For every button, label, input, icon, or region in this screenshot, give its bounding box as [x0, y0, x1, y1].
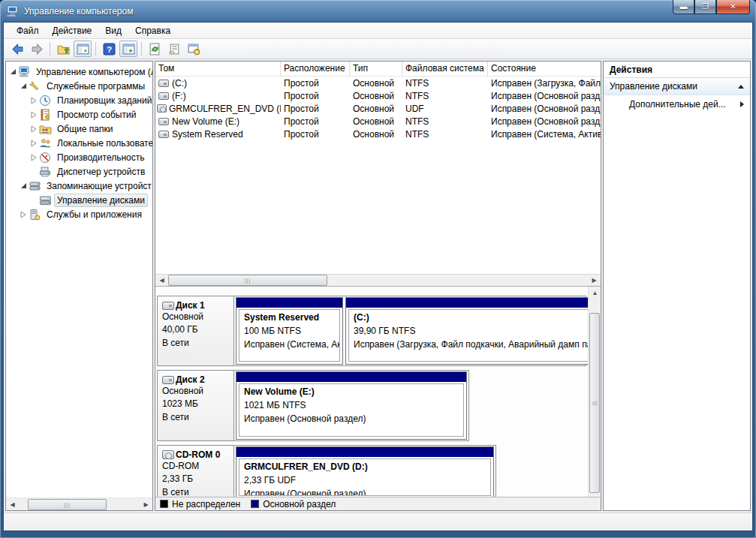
collapse-icon[interactable]	[738, 85, 744, 89]
volume-type: Основной	[350, 104, 402, 114]
more-actions-label: Дополнительные дей...	[629, 99, 726, 110]
minimize-button[interactable]: ▬	[673, 0, 694, 14]
scrollbar-thumb[interactable]: |||	[28, 499, 107, 510]
help-icon: ?	[103, 43, 116, 56]
volume-status: Исправен (Основной разд	[488, 116, 601, 127]
console-tree-toggle-button[interactable]	[74, 41, 92, 57]
scrollbar-track[interactable]: ———	[589, 299, 601, 484]
menu-action[interactable]: Действие	[46, 24, 99, 38]
column-header-status[interactable]: Состояние	[488, 62, 601, 76]
action-pane-toggle-button[interactable]	[119, 41, 137, 57]
up-level-button[interactable]	[54, 41, 72, 57]
back-button[interactable]	[8, 41, 26, 57]
collapsed-twisty-icon[interactable]	[29, 111, 39, 119]
actions-group-disk-management[interactable]: Управление дисками	[604, 78, 750, 95]
scroll-right-icon[interactable]: ▶	[588, 274, 601, 287]
scroll-right-icon[interactable]: ▶	[140, 498, 152, 511]
tree-item-system-tools[interactable]: Служебные программы	[6, 79, 152, 93]
volume-name: New Volume (E:)	[172, 116, 239, 127]
volume-list-horizontal-scrollbar[interactable]: ◀ ||| ▶	[155, 274, 601, 287]
actions-more-actions[interactable]: Дополнительные дей...	[604, 95, 750, 113]
folder-up-icon	[57, 43, 70, 56]
tree-item-local-users-groups[interactable]: Локальные пользовате	[6, 136, 152, 150]
disk1-label[interactable]: Диск 1 Основной 40,00 ГБ В сети	[158, 296, 234, 365]
tree-item-storage[interactable]: Запоминающие устройст	[6, 179, 152, 193]
tree-item-task-scheduler[interactable]: Планировщик заданий	[6, 93, 152, 107]
scroll-left-icon[interactable]: ◀	[155, 274, 168, 287]
manage-gear-icon	[188, 43, 200, 56]
volume-list-header: Том Расположение Тип Файловая система Со…	[155, 62, 601, 77]
collapsed-twisty-icon[interactable]	[29, 154, 39, 161]
scrollbar-track[interactable]: |||	[168, 274, 588, 287]
close-button[interactable]: ✕	[716, 0, 750, 14]
disk2-label[interactable]: Диск 2 Основной 1023 МБ В сети	[158, 371, 234, 440]
expanded-twisty-icon[interactable]	[18, 83, 29, 89]
partition-e[interactable]: New Volume (E:) 1021 МБ NTFS Исправен (О…	[236, 371, 467, 440]
partition-c[interactable]: (C:) 39,90 ГБ NTFS Исправен (Загрузка, Ф…	[345, 297, 588, 365]
column-header-filesystem[interactable]: Файловая система	[402, 62, 488, 76]
computer-management-app-icon	[6, 5, 20, 17]
menu-file[interactable]: Файл	[10, 24, 46, 38]
manage-button[interactable]	[185, 41, 203, 57]
tree-item-computer-management[interactable]: Управление компьютером (л	[6, 65, 152, 79]
partition-system-reserved[interactable]: System Reserved 100 МБ NTFS Исправен (Си…	[236, 297, 343, 365]
partition-d[interactable]: GRMCULFRER_EN_DVD (D:) 2,33 ГБ UDF Испра…	[236, 446, 494, 497]
disk-type: Основной	[162, 385, 230, 398]
collapsed-twisty-icon[interactable]	[29, 125, 39, 133]
graph-vertical-scrollbar[interactable]: ▲ ——— ▼	[588, 287, 601, 497]
column-header-type[interactable]: Тип	[350, 62, 402, 76]
tree-item-performance[interactable]: Производительность	[6, 150, 152, 164]
forward-button[interactable]	[28, 41, 46, 57]
tree-item-event-viewer[interactable]: Просмотр событий	[6, 107, 152, 122]
partition-status: Исправен (Система, Ак	[244, 338, 335, 351]
app-frame: Файл Действие Вид Справка ?	[3, 22, 753, 531]
drive-icon	[158, 92, 169, 100]
partition-legend: Не распределен Основной раздел	[155, 497, 601, 510]
collapsed-twisty-icon[interactable]	[29, 97, 39, 104]
console-tree: Управление компьютером (л Служебные прог…	[6, 62, 152, 497]
cdrom0-label[interactable]: CD-ROM 0 CD-ROM 2,33 ГБ В сети	[158, 446, 234, 497]
refresh-button[interactable]	[146, 41, 164, 57]
tree-item-label: Запоминающие устройст	[44, 179, 152, 193]
volume-row-c[interactable]: (C:) Простой Основной NTFS Исправен (Заг…	[155, 77, 601, 89]
tree-horizontal-scrollbar[interactable]: ◀ ||| ▶	[6, 497, 152, 510]
forward-arrow-icon	[31, 43, 44, 56]
expanded-twisty-icon[interactable]	[8, 68, 18, 75]
volume-layout: Простой	[281, 116, 350, 127]
scroll-left-icon[interactable]: ◀	[6, 498, 19, 511]
expanded-twisty-icon[interactable]	[18, 182, 29, 189]
column-header-layout[interactable]: Расположение	[281, 62, 350, 76]
menu-help[interactable]: Справка	[128, 24, 177, 38]
tree-item-device-manager[interactable]: Диспетчер устройств	[6, 164, 152, 179]
scrollbar-thumb[interactable]: ———	[589, 313, 600, 493]
cd-rom-drive-icon	[162, 450, 174, 459]
disk-name: Диск 1	[176, 300, 205, 311]
volume-row-d[interactable]: GRMCULFRER_EN_DVD (D:) Простой Основной …	[155, 102, 601, 115]
disk-management-icon	[39, 194, 52, 206]
tree-item-services-applications[interactable]: Службы и приложения	[6, 207, 152, 221]
collapsed-twisty-icon[interactable]	[29, 140, 39, 147]
restore-button[interactable]: ❐	[694, 0, 716, 14]
scrollbar-track[interactable]: |||	[19, 498, 140, 511]
disk2-row: Диск 2 Основной 1023 МБ В сети New Volum…	[157, 370, 469, 441]
scroll-up-icon[interactable]: ▲	[589, 287, 601, 299]
volume-status: Исправен (Загрузка, Файл	[488, 78, 601, 89]
scrollbar-thumb[interactable]: |||	[168, 275, 327, 286]
menu-view[interactable]: Вид	[98, 24, 128, 38]
properties-button[interactable]	[165, 41, 183, 57]
volume-row-f[interactable]: (F:) Простой Основной NTFS Исправен (Осн…	[155, 89, 601, 102]
disk-name: CD-ROM 0	[176, 449, 220, 460]
disk-status: В сети	[162, 411, 230, 424]
tree-item-disk-management[interactable]: Управление дисками	[6, 193, 152, 207]
volume-type: Основной	[350, 116, 402, 127]
volume-status: Исправен (Система, Актив	[488, 129, 601, 140]
partition-title: System Reserved	[244, 311, 335, 324]
help-button[interactable]: ?	[100, 41, 118, 57]
volume-row-e[interactable]: New Volume (E:) Простой Основной NTFS Ис…	[155, 115, 601, 128]
volume-row-system-reserved[interactable]: System Reserved Простой Основной NTFS Ис…	[155, 128, 601, 140]
drive-icon	[158, 118, 169, 125]
device-manager-icon	[39, 166, 52, 178]
tree-item-shared-folders[interactable]: Общие папки	[6, 122, 152, 136]
collapsed-twisty-icon[interactable]	[18, 211, 29, 218]
column-header-volume[interactable]: Том	[155, 62, 281, 76]
